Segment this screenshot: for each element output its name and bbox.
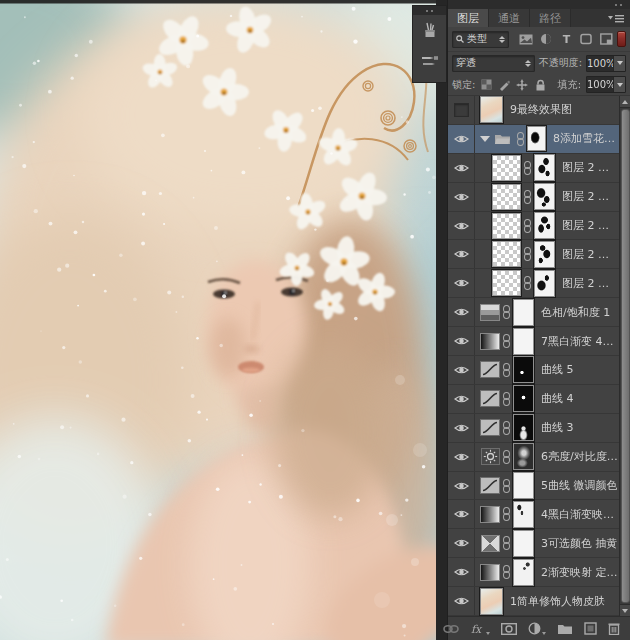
layer-thumbnail[interactable] — [492, 184, 521, 210]
layer-mask-thumbnail[interactable] — [513, 385, 534, 412]
link-layers-button[interactable] — [443, 621, 459, 637]
layer-row[interactable]: 色相/饱和度 1 — [448, 298, 619, 327]
visibility-toggle[interactable] — [448, 183, 475, 211]
layer-row[interactable]: 9最终效果图 — [448, 96, 619, 125]
visibility-toggle[interactable] — [448, 125, 475, 153]
layer-mask-thumbnail[interactable] — [534, 183, 555, 210]
visibility-toggle[interactable] — [448, 96, 475, 124]
layer-list-scrollbar[interactable] — [619, 96, 630, 616]
layer-row[interactable]: 1简单修饰人物皮肤 — [448, 587, 619, 616]
layer-thumbnail[interactable] — [492, 241, 521, 267]
fill-dropdown-icon[interactable] — [613, 77, 625, 92]
adjustment-layer-icon[interactable] — [480, 535, 500, 552]
layer-thumbnail[interactable] — [492, 155, 521, 181]
layer-row[interactable]: 曲线 5 — [448, 356, 619, 385]
layer-row[interactable]: 2渐变映射 定基调 ... — [448, 558, 619, 587]
new-group-button[interactable] — [557, 621, 573, 637]
layer-mask-thumbnail[interactable] — [527, 126, 546, 151]
panel-menu-button[interactable] — [602, 9, 630, 27]
adjustment-layer-icon[interactable] — [480, 361, 500, 378]
layer-mask-thumbnail[interactable] — [513, 443, 534, 470]
delete-layer-button[interactable] — [608, 621, 620, 637]
panel-grip[interactable] — [448, 0, 630, 9]
layer-row[interactable]: 4黑白渐变映射 ... — [448, 500, 619, 529]
visibility-toggle[interactable] — [448, 587, 475, 615]
layer-mask-thumbnail[interactable] — [513, 559, 534, 586]
layer-row[interactable]: 图层 2 副本 3 — [448, 240, 619, 269]
layer-thumbnail[interactable] — [492, 213, 521, 239]
expand-collapse-triangle-icon[interactable] — [480, 136, 490, 142]
visibility-toggle[interactable] — [448, 212, 475, 240]
layer-row[interactable]: 图层 2 副本 5 — [448, 183, 619, 212]
scrollbar-thumb[interactable] — [621, 109, 630, 603]
layer-row[interactable]: 6亮度/对比度 控... — [448, 443, 619, 472]
layer-mask-thumbnail[interactable] — [513, 414, 534, 441]
layer-mask-thumbnail[interactable] — [534, 212, 555, 239]
tool-presets-panel-button[interactable] — [413, 15, 446, 45]
pixel-layer-filter-button[interactable] — [519, 33, 533, 45]
blend-mode-select[interactable]: 穿透 — [452, 55, 535, 72]
layer-mask-thumbnail[interactable] — [534, 154, 555, 181]
visibility-toggle[interactable] — [448, 500, 475, 528]
layer-row[interactable]: 图层 2 副本 6 — [448, 154, 619, 183]
type-layer-filter-button[interactable]: T — [559, 33, 573, 45]
tab-layers[interactable]: 图层 — [448, 9, 489, 27]
adjustment-layer-icon[interactable] — [480, 448, 500, 465]
visibility-toggle[interactable] — [448, 356, 475, 384]
smart-object-filter-button[interactable] — [599, 33, 613, 45]
visibility-toggle[interactable] — [448, 154, 475, 182]
filter-type-select[interactable]: 类型 — [452, 31, 509, 48]
visibility-toggle[interactable] — [448, 443, 475, 471]
layer-row[interactable]: 曲线 3 — [448, 414, 619, 443]
layer-mask-thumbnail[interactable] — [513, 501, 534, 528]
layer-mask-thumbnail[interactable] — [513, 356, 534, 383]
layer-thumbnail[interactable] — [480, 96, 503, 123]
adjustment-layer-filter-button[interactable] — [539, 33, 553, 45]
visibility-toggle[interactable] — [448, 385, 475, 413]
tab-channels[interactable]: 通道 — [489, 9, 530, 27]
lock-image-pixels-button[interactable] — [498, 79, 510, 91]
visibility-toggle[interactable] — [448, 327, 475, 355]
new-adjustment-layer-button[interactable] — [528, 621, 546, 637]
lock-position-button[interactable] — [516, 79, 528, 91]
adjustment-layer-icon[interactable] — [480, 506, 500, 523]
scroll-down-button[interactable] — [620, 604, 630, 616]
layer-row[interactable]: 图层 2 副本 2 — [448, 269, 619, 298]
layer-row[interactable]: 7黑白渐变 42%透... — [448, 327, 619, 356]
visibility-toggle[interactable] — [448, 558, 475, 586]
layer-row[interactable]: 5曲线 微调颜色 — [448, 472, 619, 501]
adjustment-layer-icon[interactable] — [480, 477, 500, 494]
scroll-up-button[interactable] — [620, 96, 630, 108]
layer-mask-thumbnail[interactable] — [534, 270, 555, 297]
layer-thumbnail[interactable] — [480, 588, 503, 615]
shape-layer-filter-button[interactable] — [579, 33, 593, 45]
adjustment-layer-icon[interactable] — [480, 419, 500, 436]
visibility-toggle[interactable] — [448, 472, 475, 500]
fill-input[interactable]: 100% — [586, 76, 626, 93]
layer-row[interactable]: 3可选颜色 抽黄 — [448, 529, 619, 558]
dock-grip[interactable] — [413, 6, 446, 15]
visibility-toggle[interactable] — [448, 529, 475, 557]
visibility-toggle[interactable] — [448, 269, 475, 297]
visibility-toggle[interactable] — [448, 240, 475, 268]
layer-row[interactable]: 图层 2 副本 4 — [448, 212, 619, 241]
layer-mask-thumbnail[interactable] — [513, 328, 534, 355]
layer-row[interactable]: 曲线 4 — [448, 385, 619, 414]
adjustment-layer-icon[interactable] — [480, 564, 500, 581]
layer-mask-thumbnail[interactable] — [513, 472, 534, 499]
layer-mask-thumbnail[interactable] — [513, 299, 534, 326]
adjustment-layer-icon[interactable] — [480, 304, 500, 321]
layer-thumbnail[interactable] — [492, 270, 521, 296]
layer-mask-thumbnail[interactable] — [513, 530, 534, 557]
lock-transparent-pixels-button[interactable] — [480, 79, 492, 91]
layer-fx-button[interactable]: fx — [470, 621, 490, 637]
visibility-toggle[interactable] — [448, 414, 475, 442]
layer-filter-toggle[interactable] — [617, 31, 626, 47]
opacity-dropdown-icon[interactable] — [613, 56, 625, 71]
new-layer-button[interactable] — [584, 621, 597, 637]
layer-mask-thumbnail[interactable] — [534, 241, 555, 268]
lock-all-button[interactable] — [534, 79, 546, 91]
adjustment-layer-icon[interactable] — [480, 333, 500, 350]
layer-row[interactable]: 8添加雪花素材 让... — [448, 125, 619, 154]
adjustment-layer-icon[interactable] — [480, 390, 500, 407]
